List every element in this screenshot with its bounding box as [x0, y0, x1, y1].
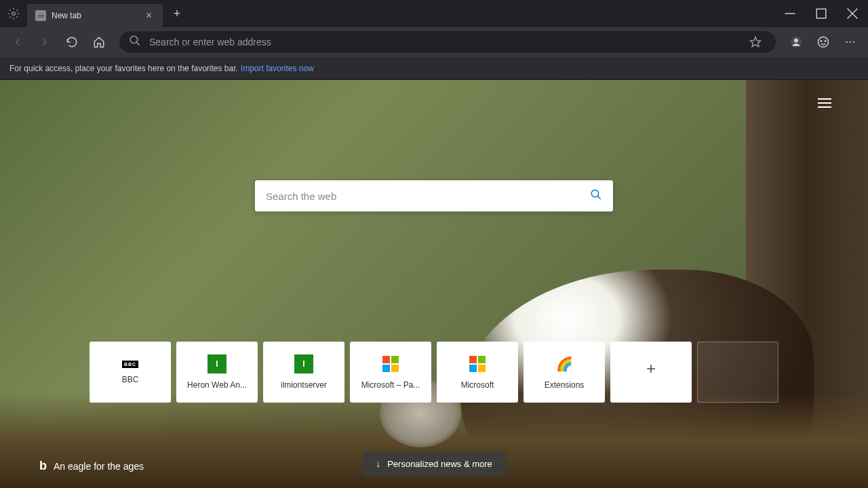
svg-point-10: [818, 37, 829, 47]
svg-point-0: [12, 12, 16, 16]
svg-line-17: [597, 196, 601, 199]
svg-point-5: [130, 36, 138, 43]
feedback-button[interactable]: [812, 31, 834, 53]
tile-label: ilmiontserver: [281, 380, 327, 390]
bing-icon: b: [39, 459, 47, 473]
back-button[interactable]: [7, 31, 28, 53]
quick-link-tile[interactable]: IHeron Web An...: [176, 342, 258, 403]
site-icon: I: [294, 354, 313, 373]
tab-favicon: ▭: [35, 10, 46, 21]
tile-label: Extensions: [545, 380, 585, 390]
svg-point-11: [821, 41, 822, 42]
import-favorites-link[interactable]: Import favorites now: [241, 64, 314, 73]
quick-link-tile[interactable]: Microsoft – Pa...: [350, 342, 431, 403]
tab-title: New tab: [52, 11, 143, 20]
news-label: Personalized news & more: [387, 459, 492, 469]
quick-link-tile[interactable]: Microsoft: [437, 342, 518, 403]
svg-rect-2: [816, 9, 826, 18]
favorites-bar: For quick access, place your favorites h…: [0, 57, 868, 80]
settings-button[interactable]: [0, 0, 27, 27]
svg-point-9: [794, 39, 798, 43]
web-search-input[interactable]: [266, 190, 590, 202]
new-tab-button[interactable]: +: [167, 3, 187, 24]
image-caption[interactable]: b An eagle for the ages: [39, 459, 144, 473]
quick-links: BBCBBCIHeron Web An...IilmiontserverMicr…: [90, 342, 778, 403]
caption-text: An eagle for the ages: [54, 461, 144, 472]
address-input[interactable]: [149, 37, 745, 47]
refresh-button[interactable]: [61, 31, 83, 53]
plus-icon: +: [642, 359, 660, 378]
favorite-star-icon[interactable]: [745, 31, 766, 53]
tile-label: BBC: [122, 375, 139, 384]
page-settings-button[interactable]: [814, 92, 835, 114]
extensions-icon: 🌈: [555, 354, 574, 373]
menu-button[interactable]: [840, 31, 861, 53]
titlebar: ▭ New tab × +: [0, 0, 868, 27]
empty-tile: [697, 342, 778, 403]
tile-label: Microsoft: [461, 380, 494, 390]
svg-point-14: [850, 41, 851, 43]
microsoft-icon: [468, 354, 487, 373]
toolbar: [0, 27, 868, 57]
svg-point-15: [853, 41, 854, 43]
forward-button[interactable]: [34, 31, 56, 53]
home-button[interactable]: [88, 31, 110, 53]
bbc-icon: BBC: [122, 361, 138, 368]
tab-close-icon[interactable]: ×: [143, 9, 155, 22]
down-arrow-icon: ↓: [376, 458, 380, 469]
svg-point-12: [825, 41, 826, 42]
background-image: [0, 80, 868, 488]
hamburger-icon: [818, 102, 831, 104]
window-controls: [774, 3, 868, 24]
svg-marker-7: [751, 37, 761, 47]
quick-link-tile[interactable]: BBCBBC: [90, 342, 171, 403]
tile-label: Heron Web An...: [187, 380, 247, 390]
profile-button[interactable]: [785, 31, 807, 53]
svg-point-13: [846, 41, 848, 43]
svg-point-16: [591, 190, 599, 197]
close-button[interactable]: [837, 3, 868, 24]
svg-line-6: [136, 42, 140, 45]
favorites-hint: For quick access, place your favorites h…: [9, 64, 238, 73]
new-tab-content: BBCBBCIHeron Web An...IilmiontserverMicr…: [0, 80, 868, 488]
quick-link-tile[interactable]: Iilmiontserver: [263, 342, 344, 403]
tile-label: Microsoft – Pa...: [361, 380, 420, 390]
web-search-box[interactable]: [255, 180, 613, 211]
microsoft-icon: [381, 354, 400, 373]
site-icon: I: [208, 354, 226, 373]
quick-link-tile[interactable]: 🌈Extensions: [524, 342, 605, 403]
maximize-button[interactable]: [806, 3, 837, 24]
address-bar[interactable]: [119, 31, 776, 53]
add-tile-button[interactable]: +: [610, 342, 692, 403]
personalized-news-button[interactable]: ↓ Personalized news & more: [362, 451, 506, 476]
browser-tab[interactable]: ▭ New tab ×: [27, 4, 163, 27]
search-submit-icon[interactable]: [590, 188, 602, 204]
minimize-button[interactable]: [774, 3, 806, 24]
search-icon: [129, 35, 141, 49]
